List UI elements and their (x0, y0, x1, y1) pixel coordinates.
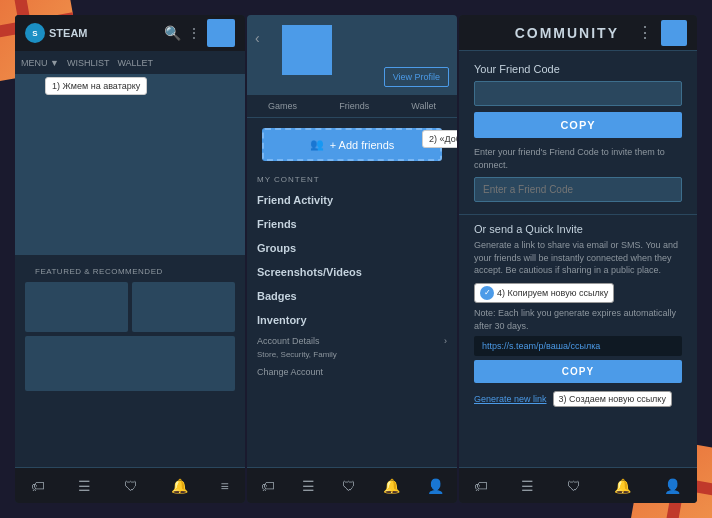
community-title: COMMUNITY (469, 25, 629, 41)
annotation-avatar: 1) Жмем на аватарку (45, 77, 147, 95)
account-sub-label: Store, Security, Family (247, 350, 457, 363)
search-icon[interactable]: 🔍 (164, 25, 181, 41)
steam-main-area (15, 75, 245, 255)
steam-bottom-nav: 🏷 ☰ 🛡 🔔 ≡ (15, 467, 245, 503)
menu-change-account[interactable]: Change Account (247, 363, 457, 381)
steam-logo-text: STEAM (49, 27, 88, 39)
steam-tabs: MENU ▼ WISHLIST WALLET (15, 51, 245, 75)
mid-nav-bookmark-icon[interactable]: 🏷 (261, 478, 275, 494)
view-profile-button[interactable]: View Profile (384, 67, 449, 87)
right-nav-bell-icon[interactable]: 🔔 (614, 478, 631, 494)
menu-screenshots[interactable]: Screenshots/Videos (247, 260, 457, 284)
check-icon: ✓ (480, 286, 494, 300)
profile-tab-friends[interactable]: Friends (339, 101, 369, 111)
annotation-4-text: 4) Копируем новую ссылку (497, 288, 608, 298)
menu-inventory[interactable]: Inventory (247, 308, 457, 332)
enter-friend-code-input[interactable] (474, 177, 682, 202)
note-text: Note: Each link you generate expires aut… (474, 307, 682, 332)
middle-bottom-nav: 🏷 ☰ 🛡 🔔 👤 (247, 467, 457, 503)
quick-invite-section: Or send a Quick Invite Generate a link t… (459, 214, 697, 415)
quick-invite-title: Or send a Quick Invite (474, 223, 682, 235)
tab-wallet[interactable]: WALLET (117, 58, 153, 68)
nav-shield-icon[interactable]: 🛡 (124, 478, 138, 494)
profile-avatar-large (282, 25, 332, 75)
tab-wishlist[interactable]: WISHLIST (67, 58, 110, 68)
featured-item-3 (25, 336, 235, 391)
copy-button-2[interactable]: COPY (474, 360, 682, 383)
annotation-add-friends: 2) «Добавить друзей» (422, 130, 457, 148)
featured-item-2 (132, 282, 235, 332)
friend-code-section: Your Friend Code COPY Enter your friend'… (459, 51, 697, 214)
add-friends-icon: 👥 (310, 138, 324, 151)
friend-code-input[interactable] (474, 81, 682, 106)
menu-account-details[interactable]: Account Details › (247, 332, 457, 350)
menu-friends[interactable]: Friends (247, 212, 457, 236)
steam-logo: S STEAM (25, 23, 88, 43)
account-details-label: Account Details (257, 336, 320, 346)
featured-item-1 (25, 282, 128, 332)
chevron-right-icon: › (444, 336, 447, 346)
nav-bookmark-icon[interactable]: 🏷 (31, 478, 45, 494)
more-icon[interactable]: ⋮ (187, 25, 201, 41)
annotation-copy-link: ✓ 4) Копируем новую ссылку (474, 283, 614, 303)
tab-menu[interactable]: MENU ▼ (21, 58, 59, 68)
nav-menu-icon[interactable]: ≡ (220, 478, 228, 494)
right-nav-person-icon[interactable]: 👤 (664, 478, 681, 494)
profile-header: ‹ View Profile (247, 15, 457, 95)
featured-section: FEATURED & RECOMMENDED (15, 255, 245, 397)
featured-grid (25, 282, 235, 391)
annotation-3-text: 3) Создаем новую ссылку (559, 394, 666, 404)
right-nav-list-icon[interactable]: ☰ (521, 478, 534, 494)
link-url: https://s.team/p/ваша/ссылка (474, 336, 682, 356)
middle-panel: ‹ View Profile 2) «Добавить друзей» Game… (247, 15, 457, 503)
annotation-generate-link: 3) Создаем новую ссылку (553, 391, 672, 407)
steam-nav-icons: 🔍 ⋮ (164, 19, 235, 47)
change-account-label: Change Account (257, 367, 323, 377)
right-nav-shield-icon[interactable]: 🛡 (567, 478, 581, 494)
helper-text-1: Enter your friend's Friend Code to invit… (474, 146, 682, 171)
copy-button-1[interactable]: COPY (474, 112, 682, 138)
mid-nav-person-icon[interactable]: 👤 (427, 478, 444, 494)
featured-label: FEATURED & RECOMMENDED (25, 261, 235, 278)
nav-bell-icon[interactable]: 🔔 (171, 478, 188, 494)
mid-nav-list-icon[interactable]: ☰ (302, 478, 315, 494)
more-options-icon[interactable]: ⋮ (637, 23, 653, 42)
back-button[interactable]: ‹ (255, 30, 260, 46)
user-avatar[interactable] (207, 19, 235, 47)
menu-groups[interactable]: Groups (247, 236, 457, 260)
add-friends-button[interactable]: 👥 + Add friends (262, 128, 442, 161)
menu-badges[interactable]: Badges (247, 284, 457, 308)
profile-tab-games[interactable]: Games (268, 101, 297, 111)
my-content-label: MY CONTENT (247, 171, 457, 188)
menu-friend-activity[interactable]: Friend Activity (247, 188, 457, 212)
nav-list-icon[interactable]: ☰ (78, 478, 91, 494)
mid-nav-bell-icon[interactable]: 🔔 (383, 478, 400, 494)
steam-panel: S STEAM 🔍 ⋮ 1) Жмем на аватарку MENU ▼ W… (15, 15, 245, 503)
add-friends-label: + Add friends (330, 139, 395, 151)
right-bottom-nav: 🏷 ☰ 🛡 🔔 👤 (459, 467, 697, 503)
right-panel: COMMUNITY ⋮ Your Friend Code COPY Enter … (459, 15, 697, 503)
friend-code-title: Your Friend Code (474, 63, 682, 75)
mid-nav-shield-icon[interactable]: 🛡 (342, 478, 356, 494)
quick-invite-text: Generate a link to share via email or SM… (474, 239, 682, 277)
steam-header: S STEAM 🔍 ⋮ (15, 15, 245, 51)
community-avatar[interactable] (661, 20, 687, 46)
community-header: COMMUNITY ⋮ (459, 15, 697, 51)
right-nav-bookmark-icon[interactable]: 🏷 (474, 478, 488, 494)
profile-tabs: Games Friends Wallet (247, 95, 457, 118)
profile-tab-wallet[interactable]: Wallet (411, 101, 436, 111)
steam-logo-icon: S (25, 23, 45, 43)
generate-new-link-button[interactable]: Generate new link (474, 394, 547, 404)
